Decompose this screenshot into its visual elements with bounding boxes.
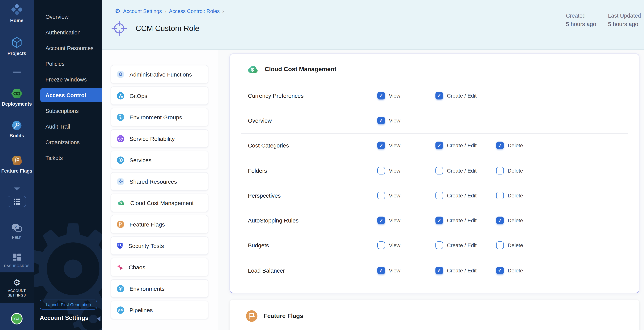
permission-row: AutoStopping RulesViewCreate / EditDelet… xyxy=(230,208,639,233)
section-title: Feature Flags xyxy=(264,312,303,319)
resource-card-shared-resources[interactable]: Shared Resources xyxy=(111,172,208,191)
checkbox-icon xyxy=(436,167,443,174)
checkbox-icon xyxy=(436,92,443,99)
delete-checkbox[interactable]: Delete xyxy=(496,217,523,224)
rail-item-builds[interactable]: Builds xyxy=(0,120,34,138)
chevron-down-icon xyxy=(14,188,20,190)
resource-card-service-reliability[interactable]: Service Reliability xyxy=(111,129,208,148)
service-reliability-icon xyxy=(117,135,124,142)
resource-card-gitops[interactable]: GitOps xyxy=(111,86,208,105)
nav-item-tickets[interactable]: Tickets xyxy=(34,150,102,166)
nav-item-overview[interactable]: Overview xyxy=(34,9,102,25)
checkbox-icon xyxy=(496,242,504,249)
module-picker-button[interactable] xyxy=(8,196,26,207)
resource-groups-column: ⚙Administrative FunctionsGitOpsEnvironme… xyxy=(102,50,218,330)
delete-checkbox[interactable]: Delete xyxy=(496,167,523,174)
launch-first-generation-button[interactable]: Launch First Generation xyxy=(40,300,97,309)
nav-item-freeze-windows[interactable]: Freeze Windows xyxy=(34,72,102,87)
resource-card-environment-groups[interactable]: Environment Groups xyxy=(111,108,208,126)
checkbox-icon xyxy=(378,167,385,174)
environments-icon xyxy=(117,285,124,292)
breadcrumb-link-access-control-roles[interactable]: Access Control: Roles xyxy=(169,8,220,14)
rail-divider xyxy=(0,66,34,66)
page-header: ⚙ Account Settings › Access Control: Rol… xyxy=(102,0,644,50)
checkbox-icon xyxy=(436,242,443,249)
resource-card-security-tests[interactable]: Security Tests xyxy=(111,236,208,255)
rail-item-projects[interactable]: Projects xyxy=(0,37,34,56)
resource-card-cloud-cost-management[interactable]: $Cloud Cost Management xyxy=(111,194,208,212)
last-updated-value: 5 hours ago xyxy=(608,21,641,27)
app-rail: Home Projects Deployments Builds F xyxy=(0,0,34,330)
rail-more-chevron[interactable] xyxy=(0,188,34,190)
rail-item-home[interactable]: Home xyxy=(0,4,34,23)
view-checkbox[interactable]: View xyxy=(378,92,400,99)
rail-item-feature-flags[interactable]: Feature Flags xyxy=(0,155,34,174)
feature-flags-permissions-card: Feature Flags xyxy=(230,300,640,330)
rail-item-help[interactable]: ? HELP xyxy=(0,224,34,240)
view-checkbox[interactable]: View xyxy=(378,266,400,274)
delete-checkbox[interactable]: Delete xyxy=(496,141,523,149)
checkbox-icon xyxy=(436,217,443,224)
view-checkbox[interactable]: View xyxy=(378,117,400,124)
nav-item-account-resources[interactable]: Account Resources xyxy=(34,40,102,56)
collapse-sidebar-arrow[interactable] xyxy=(97,316,100,321)
resource-card-administrative-functions[interactable]: ⚙Administrative Functions xyxy=(111,65,208,83)
created-value: 5 hours ago xyxy=(566,21,596,27)
permission-row: OverviewView xyxy=(230,108,639,133)
create-edit-checkbox[interactable]: Create / Edit xyxy=(436,141,477,149)
permission-name: Load Balancer xyxy=(248,267,285,274)
view-checkbox[interactable]: View xyxy=(378,242,400,249)
delete-checkbox[interactable]: Delete xyxy=(496,266,523,274)
delete-checkbox[interactable]: Delete xyxy=(496,242,523,249)
rail-item-account-settings[interactable]: ⚙ ACCOUNT SETTINGS xyxy=(0,272,34,303)
user-avatar[interactable]: CJ xyxy=(11,313,22,324)
resource-card-chaos[interactable]: Chaos xyxy=(111,258,208,276)
feature-flags-rail-icon xyxy=(12,155,22,167)
svg-text:$: $ xyxy=(251,67,254,73)
rail-item-dashboards[interactable]: DASHBOARDS xyxy=(0,253,34,268)
view-checkbox[interactable]: View xyxy=(378,217,400,224)
settings-nav: OverviewAuthenticationAccount ResourcesP… xyxy=(34,9,102,166)
checkbox-icon xyxy=(378,217,385,224)
grid-icon xyxy=(14,198,20,205)
permission-name: Cost Categories xyxy=(248,142,289,149)
permission-row: Load BalancerViewCreate / EditDelete xyxy=(230,258,639,283)
gear-watermark-small: ⚙ xyxy=(68,291,102,330)
permission-rows: Currency PreferencesViewCreate / EditOve… xyxy=(230,83,639,283)
nav-item-audit-trail[interactable]: Audit Trail xyxy=(34,119,102,134)
checkbox-icon xyxy=(436,192,443,199)
services-icon xyxy=(117,156,124,163)
delete-checkbox[interactable]: Delete xyxy=(496,192,523,199)
role-meta: Created 5 hours ago Last Updated 5 hours… xyxy=(566,13,641,27)
create-edit-checkbox[interactable]: Create / Edit xyxy=(436,242,477,249)
view-checkbox[interactable]: View xyxy=(378,141,400,149)
view-checkbox[interactable]: View xyxy=(378,167,400,174)
breadcrumb-link-account-settings[interactable]: Account Settings xyxy=(123,8,162,14)
nav-item-organizations[interactable]: Organizations xyxy=(34,134,102,150)
create-edit-checkbox[interactable]: Create / Edit xyxy=(436,92,477,99)
resource-card-pipelines[interactable]: Pipelines xyxy=(111,301,208,319)
resource-card-services[interactable]: Services xyxy=(111,151,208,169)
home-icon xyxy=(11,4,22,17)
nav-item-authentication[interactable]: Authentication xyxy=(34,25,102,40)
permission-name: AutoStopping Rules xyxy=(248,217,298,224)
nav-item-policies[interactable]: Policies xyxy=(34,56,102,72)
nav-item-access-control[interactable]: Access Control xyxy=(40,88,102,102)
rail-item-deployments[interactable]: Deployments xyxy=(0,88,34,107)
create-edit-checkbox[interactable]: Create / Edit xyxy=(436,192,477,199)
checkbox-icon xyxy=(496,192,504,199)
nav-item-subscriptions[interactable]: Subscriptions xyxy=(34,103,102,119)
settings-sidebar: ⚙ ⚙ OverviewAuthenticationAccount Resour… xyxy=(34,0,102,330)
view-checkbox[interactable]: View xyxy=(378,192,400,199)
breadcrumb-gear-icon: ⚙ xyxy=(115,8,120,14)
checkbox-icon xyxy=(378,192,385,199)
checkbox-icon xyxy=(496,167,504,174)
create-edit-checkbox[interactable]: Create / Edit xyxy=(436,266,477,274)
resource-card-feature-flags[interactable]: Feature Flags xyxy=(111,215,208,233)
sidebar-footer-title: Account Settings xyxy=(40,314,88,321)
create-edit-checkbox[interactable]: Create / Edit xyxy=(436,167,477,174)
create-edit-checkbox[interactable]: Create / Edit xyxy=(436,217,477,224)
permission-row: Cost CategoriesViewCreate / EditDelete xyxy=(230,133,639,158)
security-tests-icon xyxy=(117,242,123,249)
resource-card-environments[interactable]: Environments xyxy=(111,279,208,298)
